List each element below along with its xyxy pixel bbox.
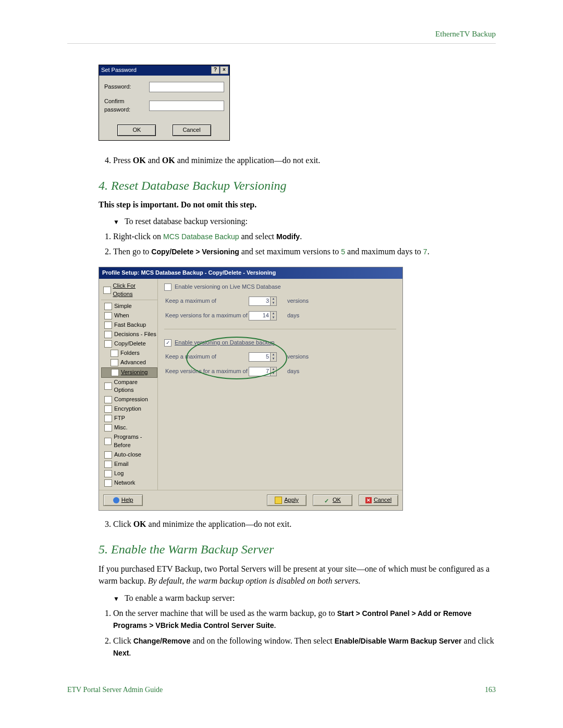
folder-icon bbox=[104, 340, 112, 348]
dialog-title: Set Password bbox=[101, 66, 137, 75]
profile-titlebar: Profile Setup: MCS Database Backup - Cop… bbox=[99, 267, 402, 279]
wand-icon bbox=[103, 287, 111, 294]
sidebar-item-when[interactable]: When bbox=[101, 311, 157, 320]
folder-icon bbox=[104, 461, 112, 468]
help-button[interactable]: Help bbox=[103, 495, 143, 506]
label: Keep a maximum of bbox=[165, 353, 249, 361]
divider bbox=[164, 329, 396, 329]
ok-button[interactable]: ✓ OK bbox=[313, 495, 352, 506]
help-icon[interactable]: ? bbox=[211, 66, 219, 74]
sidebar-item-auto-close[interactable]: Auto-close bbox=[101, 450, 157, 460]
page-header: EtherneTV Backup bbox=[67, 29, 496, 44]
sidebar-item-decisions-files[interactable]: Decisions - Files bbox=[101, 330, 157, 339]
label: Keep versions for a maximum of bbox=[165, 312, 249, 320]
profile-sidebar: Click For Options SimpleWhenFast BackupD… bbox=[99, 279, 157, 490]
confirm-password-input[interactable] bbox=[149, 101, 224, 111]
backup-max-days-stepper[interactable]: 7 ▲▼ bbox=[249, 367, 277, 376]
subheading: This step is important. Do not omit this… bbox=[99, 199, 496, 211]
profile-setup-dialog: Profile Setup: MCS Database Backup - Cop… bbox=[99, 267, 403, 511]
folder-icon bbox=[104, 322, 112, 329]
footer-page: 163 bbox=[485, 685, 496, 695]
enable-backup-checkbox[interactable]: ✓ bbox=[164, 339, 172, 347]
ok-button[interactable]: OK bbox=[117, 125, 156, 136]
list-item: Click OK and minimize the application—do… bbox=[113, 518, 496, 530]
save-icon bbox=[275, 497, 282, 504]
sidebar-item-versioning[interactable]: Versioning bbox=[101, 367, 157, 378]
password-label: Password: bbox=[104, 83, 149, 91]
folder-icon bbox=[104, 396, 112, 403]
sidebar-item-programs-before[interactable]: Programs - Before bbox=[101, 433, 157, 450]
profile-main-panel: Enable versioning on Live MCS Database K… bbox=[157, 279, 402, 490]
help-icon bbox=[113, 497, 119, 503]
folder-icon bbox=[104, 451, 112, 459]
folder-icon bbox=[104, 382, 112, 390]
sidebar-item-copy-delete[interactable]: Copy/Delete bbox=[101, 339, 157, 349]
footer-guide: ETV Portal Server Admin Guide bbox=[67, 685, 163, 695]
cancel-button[interactable]: Cancel bbox=[173, 125, 211, 136]
close-icon[interactable]: × bbox=[220, 66, 228, 74]
folder-icon bbox=[111, 369, 119, 376]
enable-live-label: Enable versioning on Live MCS Database bbox=[175, 283, 281, 291]
sidebar-item-compare-options[interactable]: Compare Options bbox=[101, 378, 157, 396]
folder-icon bbox=[104, 331, 112, 338]
sidebar-item-advanced[interactable]: Advanced bbox=[101, 358, 157, 367]
list-item: Press OK and OK and minimize the applica… bbox=[113, 154, 496, 166]
click-for-options[interactable]: Click For Options bbox=[101, 281, 157, 300]
sidebar-item-network[interactable]: Network bbox=[101, 478, 157, 488]
enable-live-checkbox[interactable] bbox=[164, 283, 172, 291]
confirm-password-label: Confirm password: bbox=[104, 97, 149, 114]
check-icon: ✓ bbox=[324, 497, 331, 503]
enable-backup-label: Enable versioning on Database backup bbox=[175, 339, 274, 347]
intro-line: To enable a warm backup server: bbox=[113, 592, 496, 604]
folder-icon bbox=[104, 415, 112, 422]
sidebar-item-log[interactable]: Log bbox=[101, 469, 157, 478]
cancel-button[interactable]: ✕ Cancel bbox=[359, 495, 398, 506]
apply-button[interactable]: Apply bbox=[267, 495, 307, 506]
password-input[interactable] bbox=[149, 82, 224, 92]
max-days-stepper[interactable]: 14 ▲▼ bbox=[249, 311, 277, 320]
intro-line: To reset database backup versioning: bbox=[113, 215, 496, 227]
paragraph: If you purchased ETV Backup, two Portal … bbox=[99, 563, 496, 587]
backup-max-versions-stepper[interactable]: 5 ▲▼ bbox=[249, 352, 277, 362]
sidebar-item-misc-[interactable]: Misc. bbox=[101, 423, 157, 433]
label: Keep a maximum of bbox=[165, 297, 249, 305]
list-item: Click Change/Remove and on the following… bbox=[113, 635, 496, 659]
sidebar-item-ftp[interactable]: FTP bbox=[101, 414, 157, 423]
set-password-dialog: Set Password ? × Password: Confirm passw… bbox=[99, 65, 230, 141]
folder-icon bbox=[104, 424, 112, 431]
section-heading: 5. Enable the Warm Backup Server bbox=[99, 540, 496, 559]
dialog-titlebar: Set Password ? × bbox=[99, 65, 229, 76]
sidebar-item-email[interactable]: Email bbox=[101, 460, 157, 469]
close-icon: ✕ bbox=[365, 497, 372, 503]
folder-icon bbox=[104, 470, 112, 477]
sidebar-item-folders[interactable]: Folders bbox=[101, 349, 157, 358]
list-item: Then go to Copy/Delete > Versioning and … bbox=[113, 245, 496, 257]
sidebar-item-encryption[interactable]: Encryption bbox=[101, 404, 157, 414]
folder-icon bbox=[111, 350, 118, 357]
sidebar-item-compression[interactable]: Compression bbox=[101, 395, 157, 404]
folder-icon bbox=[104, 438, 112, 445]
sidebar-item-simple[interactable]: Simple bbox=[101, 302, 157, 311]
folder-icon bbox=[104, 312, 112, 319]
list-item: Right-click on MCS Database Backup and s… bbox=[113, 230, 496, 242]
folder-icon bbox=[104, 303, 112, 310]
folder-icon bbox=[104, 405, 112, 413]
section-heading: 4. Reset Database Backup Versioning bbox=[99, 177, 496, 195]
list-item: On the server machine that will be used … bbox=[113, 607, 496, 631]
folder-icon bbox=[111, 359, 118, 366]
folder-icon bbox=[104, 479, 112, 487]
label: Keep versions for a maximum of bbox=[165, 367, 249, 376]
max-versions-stepper[interactable]: 3 ▲▼ bbox=[249, 297, 277, 306]
sidebar-item-fast-backup[interactable]: Fast Backup bbox=[101, 320, 157, 330]
